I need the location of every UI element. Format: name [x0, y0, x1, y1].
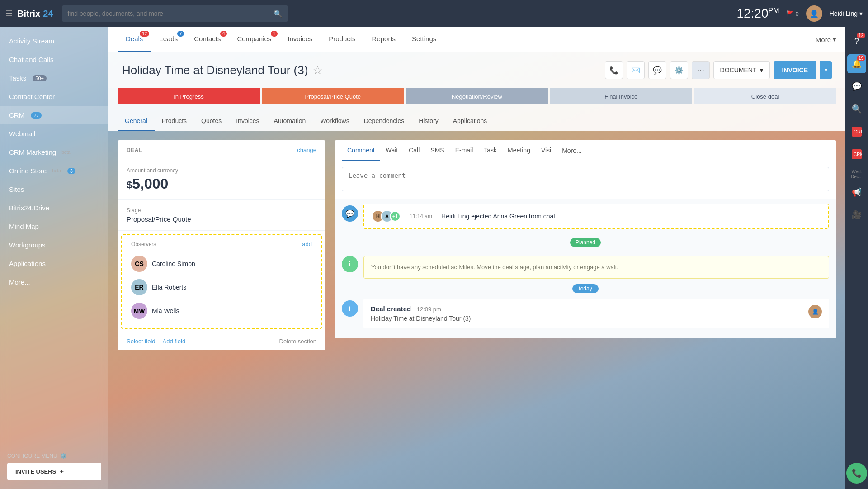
search-input[interactable]: [67, 10, 274, 17]
sidebar-item-chat-and-calls[interactable]: Chat and Calls: [0, 50, 108, 69]
subtab-products[interactable]: Products: [155, 112, 194, 131]
star-icon[interactable]: ☆: [312, 63, 323, 77]
content-area: DEAL change Amount and currency $5,000 S…: [108, 131, 845, 359]
info-timeline-icon: i: [342, 256, 358, 272]
subtab-applications[interactable]: Applications: [446, 112, 495, 131]
invoice-dropdown-button[interactable]: ▾: [820, 61, 832, 79]
stage-close-deal[interactable]: Close deal: [694, 88, 836, 104]
chat-action-btn[interactable]: 💬: [648, 61, 666, 79]
comment-input[interactable]: [342, 167, 829, 191]
help-icon-btn[interactable]: ? 12: [847, 32, 866, 51]
tab-invoices[interactable]: Invoices: [279, 27, 321, 52]
app-title-accent: 24: [43, 9, 53, 19]
deal-header: Holiday Time at Disneyland Tour (3) ☆ 📞 …: [108, 52, 845, 88]
comment-tab-comment[interactable]: Comment: [342, 140, 380, 161]
hamburger-icon[interactable]: ☰: [5, 9, 13, 19]
configure-menu-btn[interactable]: CONFIGURE MENU ⚙️: [7, 449, 101, 463]
tab-deals[interactable]: Deals 12: [118, 27, 151, 52]
observer-ella: ER Ella Roberts: [131, 275, 312, 299]
avatar-ella: ER: [131, 279, 147, 295]
sidebar-item-crm-marketing[interactable]: CRM Marketing beta: [0, 143, 108, 161]
add-field-link[interactable]: Add field: [163, 338, 186, 345]
comment-tab-email[interactable]: E-mail: [450, 140, 479, 161]
sidebar-item-bitrix24-drive[interactable]: Bitrix24.Drive: [0, 199, 108, 217]
extra-action-btn[interactable]: ⋯: [692, 61, 710, 79]
crm-icon-btn[interactable]: CRM: [847, 122, 866, 141]
subtab-general[interactable]: General: [118, 112, 155, 131]
amount-field: Amount and currency $5,000: [118, 160, 326, 200]
stage-proposal[interactable]: Proposal/Price Quote: [262, 88, 404, 104]
subtab-dependencies[interactable]: Dependencies: [357, 112, 412, 131]
chat-icon-btn[interactable]: 💬: [847, 77, 866, 96]
comment-tab-call[interactable]: Call: [403, 140, 425, 161]
stage-negotiation[interactable]: Negotiation/Review: [406, 88, 548, 104]
sidebar-item-applications[interactable]: Applications: [0, 254, 108, 273]
comment-tab-visit[interactable]: Visit: [536, 140, 558, 161]
user-menu[interactable]: Heidi Ling ▾: [830, 10, 863, 17]
comment-tab-wait[interactable]: Wait: [380, 140, 403, 161]
creator-avatar: 👤: [808, 305, 822, 318]
topbar: ☰ Bitrix 24 🔍 12:20PM 🚩 0 👤 Heidi Ling ▾: [0, 0, 868, 27]
sidebar-item-more[interactable]: More...: [0, 273, 108, 291]
select-field-link[interactable]: Select field: [127, 338, 156, 345]
no-activities-card: You don't have any scheduled activities.…: [363, 256, 829, 279]
tab-leads[interactable]: Leads 7: [151, 27, 186, 52]
notifications-icon-btn[interactable]: 🔔 19: [847, 54, 866, 73]
crm-nav-tabs: Deals 12 Leads 7 Contacts 4 Companies 1 …: [108, 27, 845, 52]
tab-companies[interactable]: Companies 1: [229, 27, 279, 52]
left-sidebar: Activity Stream Chat and Calls Tasks 50+…: [0, 27, 108, 489]
comment-tab-task[interactable]: Task: [478, 140, 502, 161]
observers-header: Observers add: [131, 241, 312, 247]
search-icon[interactable]: 🔍: [274, 9, 283, 18]
sidebar-item-online-store[interactable]: Online Store beta 3: [0, 161, 108, 180]
main-content: Deals 12 Leads 7 Contacts 4 Companies 1 …: [108, 27, 845, 489]
delete-section-link[interactable]: Delete section: [279, 338, 316, 345]
observers-section: Observers add CS Caroline Simon ER Ella …: [121, 234, 322, 329]
avatar-mia: MW: [131, 303, 147, 319]
subtab-automation[interactable]: Automation: [267, 112, 313, 131]
observer-mia: MW Mia Wells: [131, 299, 312, 323]
tab-products[interactable]: Products: [321, 27, 363, 52]
tab-settings[interactable]: Settings: [404, 27, 444, 52]
tab-contacts[interactable]: Contacts 4: [186, 27, 229, 52]
ejected-card: H A +1 11:14 am Heidi Ling ejected Anna …: [363, 204, 829, 229]
comment-input-area: [335, 161, 836, 199]
invoice-button[interactable]: INVOICE: [774, 61, 816, 79]
sidebar-item-activity-stream[interactable]: Activity Stream: [0, 32, 108, 50]
stage-in-progress[interactable]: In Progress: [118, 88, 260, 104]
activity-timeline: 💬 H A +1 11:14 am Heidi Ling ejected Ann…: [335, 199, 836, 338]
stage-final-invoice[interactable]: Final Invoice: [550, 88, 692, 104]
stages-bar: In Progress Proposal/Price Quote Negotia…: [108, 88, 845, 112]
subtab-quotes[interactable]: Quotes: [194, 112, 229, 131]
phone-fab-btn[interactable]: 📞: [846, 463, 867, 484]
sidebar-item-crm[interactable]: CRM 27: [0, 106, 108, 124]
comment-tab-more[interactable]: More...: [562, 147, 582, 154]
tab-reports[interactable]: Reports: [364, 27, 404, 52]
sidebar-item-tasks[interactable]: Tasks 50+: [0, 69, 108, 87]
invite-users-button[interactable]: INVITE USERS ＋: [7, 463, 101, 480]
megaphone-icon-btn[interactable]: 📢: [847, 183, 866, 202]
phone-action-btn[interactable]: 📞: [605, 61, 623, 79]
sidebar-item-contact-center[interactable]: Contact Center: [0, 87, 108, 106]
search-sidebar-icon-btn[interactable]: 🔍: [847, 100, 866, 119]
subtab-history[interactable]: History: [411, 112, 446, 131]
comment-tab-sms[interactable]: SMS: [425, 140, 449, 161]
comment-tabs: Comment Wait Call SMS E-mail Task: [335, 140, 836, 161]
change-link[interactable]: change: [297, 147, 316, 153]
sidebar-item-sites[interactable]: Sites: [0, 180, 108, 199]
email-action-btn[interactable]: ✉️: [627, 61, 645, 79]
subtab-invoices[interactable]: Invoices: [229, 112, 266, 131]
chat-timeline-icon: 💬: [342, 205, 358, 222]
add-observer-link[interactable]: add: [302, 241, 312, 247]
subtab-workflows[interactable]: Workflows: [313, 112, 356, 131]
sidebar-item-workgroups[interactable]: Workgroups: [0, 236, 108, 254]
tab-more[interactable]: More ▾: [816, 35, 836, 43]
comment-tab-meeting[interactable]: Meeting: [502, 140, 536, 161]
app-logo: Bitrix 24: [17, 9, 53, 19]
sidebar-item-mind-map[interactable]: Mind Map: [0, 217, 108, 236]
settings-action-btn[interactable]: ⚙️: [670, 61, 688, 79]
video-icon-btn[interactable]: 🎥: [847, 205, 866, 224]
document-button[interactable]: DOCUMENT ▾: [713, 61, 770, 79]
sidebar-item-webmail[interactable]: Webmail: [0, 124, 108, 143]
crm2-icon-btn[interactable]: CRM: [847, 145, 866, 164]
